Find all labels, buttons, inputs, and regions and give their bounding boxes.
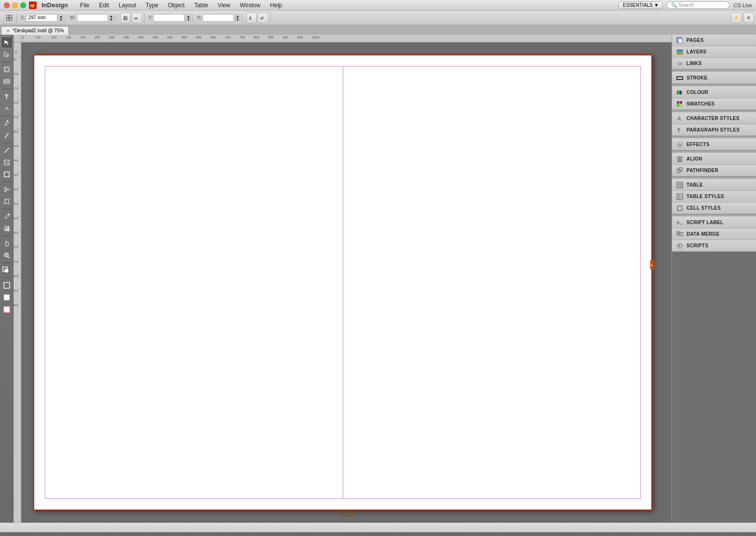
mode-bleed-btn[interactable]	[1, 304, 13, 315]
y-spin-down[interactable]: ▼	[186, 18, 191, 21]
rectangle-frame-tool-btn[interactable]	[1, 157, 13, 168]
eyedropper-tool-btn[interactable]	[1, 211, 13, 222]
flip-horizontal-btn[interactable]: ⇔	[132, 13, 142, 23]
rectangle-tool-btn[interactable]	[1, 169, 13, 180]
maximize-button[interactable]	[20, 2, 26, 8]
h-spin-down[interactable]: ▼	[235, 18, 240, 21]
panel-item-stroke[interactable]: STROKE	[672, 72, 756, 84]
svg-text:450: 450	[14, 174, 19, 176]
svg-rect-163	[677, 234, 679, 235]
menu-file[interactable]: File	[79, 1, 91, 10]
svg-line-29	[8, 256, 10, 258]
menu-table[interactable]: Table	[193, 1, 210, 10]
svg-text:250: 250	[14, 116, 19, 119]
x-spin-up[interactable]: ▲	[58, 14, 63, 18]
svg-rect-12	[4, 80, 10, 81]
panel-item-swatches[interactable]: SWATCHES	[672, 98, 756, 110]
line-tool-btn[interactable]	[1, 145, 13, 156]
x-spinners: ▲ ▼	[58, 14, 63, 21]
svg-text:950: 950	[297, 36, 303, 39]
scissors-tool-btn[interactable]	[1, 184, 13, 195]
flip-vertical-btn[interactable]: ⇕	[246, 13, 257, 23]
menu-view[interactable]: View	[216, 1, 232, 10]
canvas[interactable]: » 585 595 694 595	[21, 42, 672, 523]
svg-text:550: 550	[14, 202, 19, 205]
x-spin-down[interactable]: ▼	[58, 18, 63, 21]
panel-item-table[interactable]: TABLE	[672, 179, 756, 191]
h-input[interactable]	[203, 14, 234, 22]
search-box[interactable]: 🔍 Search	[667, 1, 729, 9]
document-tab[interactable]: ✕ *Deskpad2.indd @ 75%	[1, 26, 69, 35]
svg-rect-155	[677, 194, 683, 200]
transform-tool-btn[interactable]	[1, 196, 13, 207]
panel-menu-btn[interactable]: ≡	[743, 13, 754, 23]
close-button[interactable]	[4, 2, 10, 8]
effects-label: EFFECTS	[687, 142, 710, 147]
panel-item-links[interactable]: LINKS	[672, 58, 756, 69]
zoom-tool-btn[interactable]	[1, 250, 13, 261]
panel-item-align[interactable]: ALIGN	[672, 153, 756, 165]
hand-tool-btn[interactable]	[1, 238, 13, 249]
ruler-corner	[14, 35, 21, 42]
pencil-tool-btn[interactable]	[1, 130, 13, 141]
tab-close-icon[interactable]: ✕	[6, 28, 10, 33]
constrain-proportions-btn[interactable]: ⛓	[120, 13, 131, 23]
panel-item-scripts[interactable]: SCRIPTS	[672, 240, 756, 252]
menu-type[interactable]: Type	[144, 1, 160, 10]
panel-item-pathfinder[interactable]: PATHFINDER	[672, 165, 756, 176]
panel-item-character-styles[interactable]: A CHARACTER STYLES	[672, 113, 756, 124]
menu-window[interactable]: Window	[238, 1, 262, 10]
panel-item-table-styles[interactable]: TABLE STYLES	[672, 191, 756, 202]
y-input[interactable]	[153, 14, 185, 22]
panel-item-paragraph-styles[interactable]: ¶ PARAGRAPH STYLES	[672, 124, 756, 136]
selection-tool-btn[interactable]	[1, 37, 13, 48]
svg-text:100: 100	[51, 36, 57, 39]
pen-tool-btn[interactable]	[1, 118, 13, 129]
w-spin-down[interactable]: ▼	[109, 18, 114, 21]
h-spin-up[interactable]: ▲	[235, 14, 240, 18]
panel-item-cell-styles[interactable]: CELL STYLES	[672, 202, 756, 214]
svg-text:150: 150	[14, 87, 19, 90]
pathfinder-label: PATHFINDER	[687, 168, 718, 173]
gradient-tool-btn[interactable]	[1, 223, 13, 234]
panel-item-colour[interactable]: COLOUR	[672, 87, 756, 98]
y-spin-up[interactable]: ▲	[186, 14, 191, 18]
fill-stroke-btn[interactable]	[1, 265, 13, 276]
colour-icon	[676, 89, 684, 96]
x-input[interactable]	[26, 14, 57, 22]
svg-text:650: 650	[210, 36, 216, 39]
page-tool-btn[interactable]	[1, 64, 13, 75]
lightning-btn[interactable]: ⚡	[731, 13, 742, 23]
essentials-button[interactable]: ESSENTIALS ▼	[619, 1, 663, 9]
rotate-btn2[interactable]: ↺	[258, 13, 268, 23]
panel-item-data-merge[interactable]: DATA MERGE	[672, 228, 756, 240]
panel-item-layers[interactable]: LAYERS	[672, 46, 756, 58]
panel-item-script-label[interactable]: SCRIPT LABEL	[672, 217, 756, 228]
cs-live-button[interactable]: CS Live	[733, 2, 752, 8]
mode-normal-btn[interactable]	[1, 280, 13, 291]
colour-label: COLOUR	[687, 90, 708, 95]
w-input[interactable]	[77, 14, 108, 22]
app-name: InDesign	[41, 1, 68, 9]
w-spin-up[interactable]: ▲	[109, 14, 114, 18]
svg-rect-150	[677, 182, 683, 188]
panel-item-effects[interactable]: fx EFFECTS	[672, 139, 756, 150]
menu-layout[interactable]: Layout	[117, 1, 137, 10]
panel-item-pages[interactable]: PAGES	[672, 35, 756, 46]
menu-edit[interactable]: Edit	[97, 1, 110, 10]
svg-text:850: 850	[268, 36, 274, 39]
h-label: H:	[197, 15, 202, 20]
menu-object[interactable]: Object	[166, 1, 186, 10]
direct-selection-tool-btn[interactable]	[1, 49, 13, 60]
svg-point-15	[6, 121, 8, 122]
toolbar-right-options: ⚡ ≡	[731, 13, 754, 23]
type-on-path-tool-btn[interactable]: T	[1, 103, 13, 114]
transform-reference-btn[interactable]	[4, 13, 14, 23]
type-tool-btn[interactable]: T	[1, 91, 13, 102]
minimize-button[interactable]	[12, 2, 18, 8]
mode-preview-btn[interactable]	[1, 292, 13, 303]
svg-text:650: 650	[14, 231, 19, 234]
tool-separator-8	[2, 263, 12, 263]
gap-tool-btn[interactable]	[1, 76, 13, 87]
menu-help[interactable]: Help	[269, 1, 284, 10]
